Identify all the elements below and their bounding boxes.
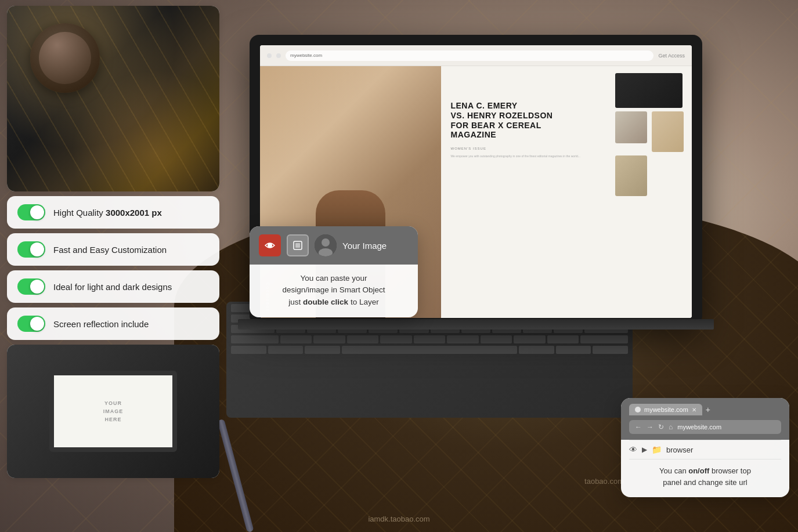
laptop-base [238,319,714,330]
so-body-4: to Layer [348,298,379,306]
toggle-customization[interactable] [17,241,45,258]
thumb-3 [652,111,684,152]
smart-object-popup: Your Image You can paste your design/ima… [250,226,418,317]
website-nav: mywebsite.com Get Access [260,45,692,66]
layers-icon [292,240,304,251]
smart-object-label: Your Image [342,241,387,251]
laptop-thumb-text-2: IMAGE [103,408,124,414]
feature-reflection: Screen reflection include [7,307,219,340]
website-right-col: LENA C. EMERY VS. HENRY ROZELDSON FOR BE… [441,66,692,318]
left-panel: Hight Quality 3000x2001 px Fast and Easy… [0,0,226,532]
preview-card-top [7,6,219,191]
thumb-4 [615,155,647,196]
laptop-thumb-text-3: HERE [104,417,121,422]
feature-quality-label: Hight Quality 3000x2001 px [53,208,162,218]
layer-folder-icon: 📁 [652,445,662,454]
get-access-btn[interactable]: Get Access [658,53,685,59]
feature-designs-label: Ideal for light and dark designs [53,282,172,292]
svg-rect-2 [295,243,300,248]
thumb-grid [615,73,685,196]
nav-url-text: mywebsite.com [290,53,322,58]
marble-coffee-image [7,6,219,191]
nav-dot-1 [267,53,272,58]
bp-body-1: You can [659,466,688,475]
feature-customization-label: Fast and Easy Customization [53,245,167,255]
browser-popup: mywebsite.com ✕ + ← → ↻ ⌂ mywebsite.com … [621,398,789,497]
feature-customization: Fast and Easy Customization [7,233,219,266]
tab-add-btn[interactable]: + [706,405,710,414]
layer-name-text: browser [666,446,693,454]
bp-body-bold: on/off [688,466,709,475]
feature-designs: Ideal for light and dark designs [7,270,219,303]
browser-tab-active[interactable]: mywebsite.com ✕ [629,404,702,415]
browser-layers-panel: 👁 ▶ 📁 browser [621,440,789,459]
smart-object-header: Your Image [250,226,418,265]
smart-object-icon-layers [287,234,309,256]
smart-object-icon-red [259,234,281,256]
reload-btn[interactable]: ↻ [658,423,664,431]
tab-close-btn[interactable]: ✕ [692,407,696,413]
layer-expand-icon[interactable]: ▶ [642,446,647,454]
smart-object-icon-portrait [315,234,337,256]
browser-tab-bar: mywebsite.com ✕ + [629,404,781,415]
layer-visibility-icon[interactable]: 👁 [629,445,637,454]
toggle-designs[interactable] [17,278,45,295]
toggle-reflection[interactable] [17,316,45,332]
feature-quality: Hight Quality 3000x2001 px [7,196,219,229]
feature-reflection-label: Screen reflection include [53,319,149,329]
thumb-1 [615,73,683,108]
portrait-icon [315,234,337,256]
toggle-quality[interactable] [17,204,45,220]
coffee-cup [30,23,100,93]
nav-dot-2 [276,53,281,58]
so-body-2: design/image in Smart Object [282,285,385,294]
browser-address-bar: ← → ↻ ⌂ mywebsite.com [629,420,781,434]
so-body-3: just [288,298,303,306]
browser-url-text[interactable]: mywebsite.com [677,424,775,430]
so-body-bold: double click [303,298,348,306]
browser-popup-body: You can on/off browser top panel and cha… [621,459,789,497]
browser-popup-header: mywebsite.com ✕ + ← → ↻ ⌂ mywebsite.com [621,398,789,440]
watermark-right: taobao.com [584,477,624,486]
bp-body-2: browser top [709,466,751,475]
forward-btn[interactable]: → [647,423,653,431]
laptop-thumb-inner: YOUR IMAGE HERE [49,371,177,452]
laptop-thumb-text-1: YOUR [104,400,122,406]
eye-icon [264,240,276,251]
laptop-thumbnail: YOUR IMAGE HERE [7,345,219,478]
nav-url-bar[interactable]: mywebsite.com [286,50,653,61]
back-btn[interactable]: ← [635,423,642,431]
bp-body-3: panel and change site url [663,478,747,487]
so-body-1: You can paste your [300,274,367,283]
preview-card-bottom: YOUR IMAGE HERE [7,345,219,478]
svg-point-4 [322,238,330,247]
thumb-2 [615,111,647,143]
tab-url-dot [635,407,641,412]
home-btn: ⌂ [669,423,673,431]
smart-object-body: You can paste your design/image in Smart… [250,265,418,317]
tab-url-text: mywebsite.com [644,406,688,413]
